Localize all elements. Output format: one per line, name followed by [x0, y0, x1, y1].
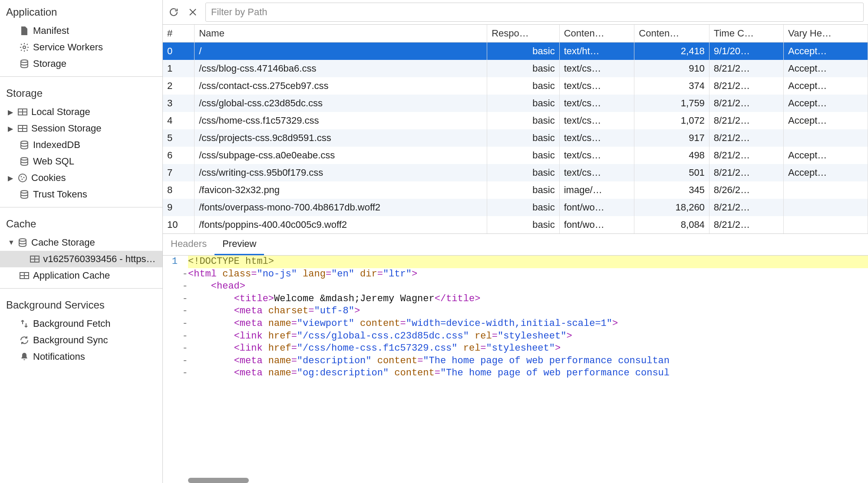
cell-clen: 1,072	[634, 112, 710, 129]
fold-icon[interactable]: -	[182, 268, 188, 281]
sidebar-item-notifications[interactable]: Notifications	[0, 348, 162, 365]
sidebar-item-cache-entry[interactable]: v1625760393456 - https://je	[0, 251, 162, 267]
code-text: <head>	[188, 280, 868, 293]
cell-idx: 2	[163, 77, 195, 95]
col-idx[interactable]: #	[163, 25, 195, 43]
table-row[interactable]: 10/fonts/poppins-400.40c005c9.woff2basic…	[163, 216, 868, 233]
line-number: 1	[163, 256, 182, 268]
cell-time: 8/26/2…	[709, 181, 783, 199]
code-text: <meta name="og:description" content="The…	[188, 367, 868, 380]
sidebar-item-background-fetch[interactable]: Background Fetch	[0, 315, 162, 332]
table-row[interactable]: 6/css/subpage-css.a0e0eabe.cssbasictext/…	[163, 147, 868, 164]
cell-time: 8/21/2…	[709, 77, 783, 95]
preview-pane[interactable]: 1<!DOCTYPE html>-<html class="no-js" lan…	[163, 256, 868, 483]
sidebar-item-websql[interactable]: Web SQL	[0, 153, 162, 170]
clear-button[interactable]	[186, 6, 199, 19]
cell-clen: 498	[634, 147, 710, 164]
cell-name: /css/home-css.f1c57329.css	[195, 112, 487, 129]
cell-clen: 374	[634, 77, 710, 95]
sidebar-item-label: Application Cache	[33, 270, 110, 281]
cell-clen: 1,759	[634, 95, 710, 112]
cell-ctype: text/cs…	[559, 164, 634, 181]
horizontal-scrollbar[interactable]	[188, 478, 249, 483]
code-text: <meta name="description" content="The ho…	[188, 355, 868, 368]
sidebar-item-application-cache[interactable]: Application Cache	[0, 267, 162, 284]
line-number	[163, 293, 182, 306]
expand-arrow-icon[interactable]: ▶	[8, 174, 14, 182]
code-line[interactable]: -<html class="no-js" lang="en" dir="ltr"…	[163, 268, 868, 281]
refresh-button[interactable]	[167, 6, 180, 19]
col-time-cached[interactable]: Time C…	[709, 25, 783, 43]
cell-resp: basic	[487, 77, 560, 95]
table-row[interactable]: 3/css/global-css.c23d85dc.cssbasictext/c…	[163, 95, 868, 112]
fold-icon[interactable]: -	[182, 293, 188, 306]
cell-clen: 8,084	[634, 216, 710, 233]
col-response-type[interactable]: Respo…	[487, 25, 560, 43]
fold-icon[interactable]: -	[182, 305, 188, 318]
fold-icon[interactable]: -	[182, 342, 188, 355]
table-row[interactable]: 7/css/writing-css.95b0f179.cssbasictext/…	[163, 164, 868, 181]
code-text: <link href="/css/global-css.c23d85dc.css…	[188, 330, 868, 343]
sidebar-item-cache-storage[interactable]: ▼ Cache Storage	[0, 234, 162, 251]
svg-point-8	[21, 141, 28, 144]
sidebar-item-trust-tokens[interactable]: Trust Tokens	[0, 186, 162, 203]
sidebar-item-cookies[interactable]: ▶ Cookies	[0, 170, 162, 186]
sidebar-item-background-sync[interactable]: Background Sync	[0, 332, 162, 348]
table-row[interactable]: 2/css/contact-css.275ceb97.cssbasictext/…	[163, 77, 868, 95]
code-line[interactable]: - <link href="/css/global-css.c23d85dc.c…	[163, 330, 868, 343]
table-icon	[17, 107, 28, 117]
table-row[interactable]: 8/favicon-32x32.pngbasicimage/…3458/26/2…	[163, 181, 868, 199]
cell-vary: Accept…	[784, 60, 868, 77]
table-icon	[30, 254, 40, 264]
fold-icon[interactable]: -	[182, 280, 188, 293]
code-line[interactable]: - <meta name="description" content="The …	[163, 355, 868, 368]
col-content-type[interactable]: Conten…	[559, 25, 634, 43]
code-line[interactable]: - <meta charset="utf-8">	[163, 305, 868, 318]
table-row[interactable]: 1/css/blog-css.47146ba6.cssbasictext/cs……	[163, 60, 868, 77]
cell-resp: basic	[487, 112, 560, 129]
cell-ctype: image/…	[559, 181, 634, 199]
fold-icon[interactable]: -	[182, 367, 188, 380]
code-line[interactable]: - <meta name="og:description" content="T…	[163, 367, 868, 380]
fold-icon[interactable]: -	[182, 355, 188, 368]
expand-arrow-icon[interactable]: ▶	[8, 125, 14, 133]
table-row[interactable]: 0/basictext/ht…2,4189/1/20…Accept…	[163, 43, 868, 60]
tab-preview[interactable]: Preview	[215, 234, 264, 255]
code-line[interactable]: - <meta name="viewport" content="width=d…	[163, 318, 868, 330]
sidebar-item-service-workers[interactable]: Service Workers	[0, 39, 162, 56]
fold-icon[interactable]: -	[182, 330, 188, 343]
col-vary-header[interactable]: Vary He…	[784, 25, 868, 43]
cell-idx: 10	[163, 216, 195, 233]
cell-name: /fonts/poppins-400.40c005c9.woff2	[195, 216, 487, 233]
cell-vary	[784, 199, 868, 216]
collapse-arrow-icon[interactable]: ▼	[8, 239, 14, 246]
col-content-length[interactable]: Conten…	[634, 25, 710, 43]
code-line[interactable]: 1<!DOCTYPE html>	[163, 256, 868, 268]
tab-headers[interactable]: Headers	[163, 234, 215, 255]
code-line[interactable]: - <link href="/css/home-css.f1c57329.css…	[163, 342, 868, 355]
cell-name: /css/subpage-css.a0e0eabe.css	[195, 147, 487, 164]
cell-idx: 1	[163, 60, 195, 77]
table-row[interactable]: 5/css/projects-css.9c8d9591.cssbasictext…	[163, 129, 868, 147]
table-row[interactable]: 9/fonts/overpass-mono-700.4b8617db.woff2…	[163, 199, 868, 216]
code-line[interactable]: - <head>	[163, 280, 868, 293]
code-line[interactable]: - <title>Welcome &mdash;Jeremy Wagner</t…	[163, 293, 868, 306]
col-name[interactable]: Name	[195, 25, 487, 43]
fetch-icon	[19, 319, 30, 329]
sidebar-item-local-storage[interactable]: ▶ Local Storage	[0, 104, 162, 120]
cell-ctype: font/wo…	[559, 216, 634, 233]
sidebar-item-storage-overview[interactable]: Storage	[0, 56, 162, 72]
cell-vary: Accept…	[784, 95, 868, 112]
expand-arrow-icon[interactable]: ▶	[8, 108, 14, 116]
sidebar-item-indexeddb[interactable]: IndexedDB	[0, 137, 162, 153]
table-icon	[17, 123, 28, 134]
filter-input[interactable]	[205, 3, 864, 22]
sidebar-item-manifest[interactable]: Manifest	[0, 23, 162, 39]
line-number	[163, 268, 182, 281]
database-icon	[19, 140, 30, 150]
table-row[interactable]: 4/css/home-css.f1c57329.cssbasictext/cs……	[163, 112, 868, 129]
cell-name: /fonts/overpass-mono-700.4b8617db.woff2	[195, 199, 487, 216]
sidebar-item-session-storage[interactable]: ▶ Session Storage	[0, 120, 162, 137]
cell-ctype: text/ht…	[559, 43, 634, 60]
fold-icon[interactable]: -	[182, 318, 188, 330]
